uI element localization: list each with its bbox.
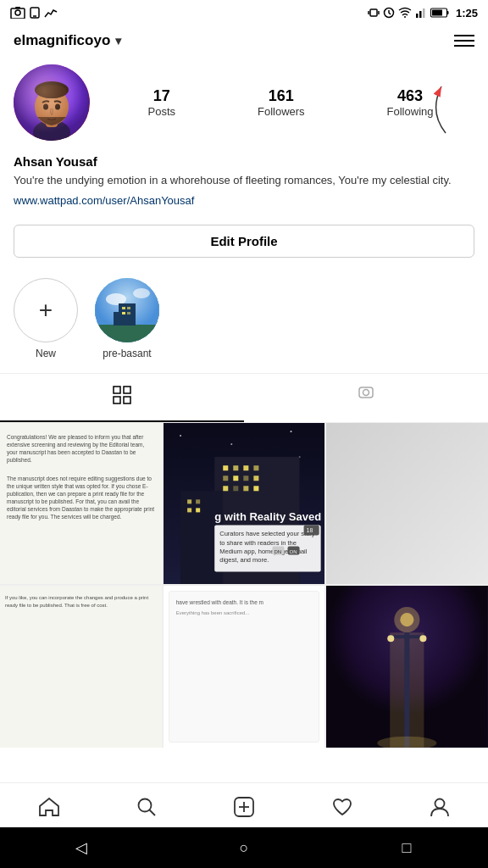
svg-rect-49: [223, 465, 228, 470]
search-icon: [137, 798, 156, 816]
svg-rect-82: [391, 635, 424, 638]
top-nav: elmagnificoyo ▾: [0, 25, 488, 56]
svg-rect-62: [196, 499, 200, 504]
back-icon: ◁: [75, 838, 87, 857]
back-button[interactable]: ◁: [64, 831, 98, 865]
search-nav-button[interactable]: [127, 794, 166, 820]
svg-text:18: 18: [306, 527, 313, 533]
table-row[interactable]: have wrestled with death. It is the m Ev…: [164, 586, 325, 748]
svg-point-43: [180, 435, 181, 437]
svg-rect-63: [187, 508, 191, 512]
status-bar: 1:25: [0, 0, 488, 25]
stats-row: 17 Posts 161 Followers 463 Following: [107, 87, 474, 118]
svg-text:ON: ON: [289, 548, 297, 554]
post-placeholder: [326, 423, 488, 585]
hamburger-menu-button[interactable]: [454, 35, 474, 47]
posts-grid: Congratulations! We are pleased to infor…: [0, 423, 488, 748]
svg-rect-61: [187, 499, 191, 504]
story-thumbnail: [95, 278, 159, 342]
followers-stat[interactable]: 161 Followers: [258, 87, 305, 118]
status-left-icons: [10, 7, 58, 19]
svg-point-17: [14, 64, 90, 141]
svg-point-79: [401, 613, 414, 626]
profile-nav-button[interactable]: [420, 793, 459, 821]
avatar-image: [14, 64, 90, 141]
home-button[interactable]: ○: [227, 831, 261, 865]
posts-label: Posts: [147, 105, 175, 118]
add-square-icon: [234, 797, 254, 817]
bottom-nav: [0, 782, 488, 827]
svg-point-45: [290, 431, 291, 432]
home-nav-button[interactable]: [29, 794, 69, 820]
svg-rect-55: [243, 476, 248, 481]
post-article-card: have wrestled with death. It is the m Ev…: [169, 591, 320, 743]
building-illustration: g with Reality Saved Curators have selec…: [164, 423, 325, 585]
table-row[interactable]: g with Reality Saved Curators have selec…: [164, 423, 325, 585]
svg-point-24: [55, 104, 60, 110]
chart-icon: [44, 7, 58, 19]
svg-rect-11: [419, 11, 422, 18]
svg-rect-52: [253, 465, 258, 470]
svg-rect-64: [196, 508, 200, 512]
avatar: [14, 64, 90, 141]
alarm-icon: [383, 7, 395, 19]
svg-rect-29: [95, 325, 159, 342]
table-row[interactable]: [326, 423, 488, 585]
status-right-icons: 1:25: [368, 7, 478, 19]
edit-profile-button[interactable]: Edit Profile: [14, 225, 474, 258]
svg-rect-81: [405, 632, 410, 747]
profile-tab[interactable]: [244, 374, 488, 422]
table-row[interactable]: If you like, you can incorporate the cha…: [0, 586, 162, 748]
bio-text: You're the undying emotion in a whorehou…: [14, 172, 474, 189]
svg-rect-50: [233, 465, 238, 470]
svg-rect-59: [243, 486, 248, 491]
username-row[interactable]: elmagnificoyo ▾: [14, 32, 121, 49]
svg-text:to share with readers in the: to share with readers in the: [219, 538, 297, 546]
vibrate-icon: [368, 7, 380, 19]
svg-rect-57: [223, 486, 228, 491]
pre-basant-story-item[interactable]: pre-basant: [95, 278, 159, 359]
table-row[interactable]: Congratulations! We are pleased to infor…: [0, 423, 162, 585]
heart-icon: [332, 798, 352, 816]
new-story-label: New: [36, 348, 56, 359]
svg-point-9: [404, 16, 406, 18]
svg-rect-2: [15, 7, 20, 8]
time-display: 1:25: [456, 7, 478, 19]
new-story-item[interactable]: + New: [14, 278, 78, 359]
profile-section: 17 Posts 161 Followers 463 Following: [0, 56, 488, 154]
table-row[interactable]: [326, 586, 488, 748]
svg-point-22: [36, 85, 67, 98]
new-story-circle[interactable]: +: [14, 278, 78, 342]
posts-stat[interactable]: 17 Posts: [147, 87, 175, 118]
svg-rect-38: [114, 397, 120, 403]
svg-point-91: [435, 799, 445, 809]
grid-tab[interactable]: [0, 374, 244, 422]
svg-point-44: [230, 443, 232, 445]
following-stat[interactable]: 463 Following: [387, 87, 434, 118]
svg-point-21: [35, 81, 69, 98]
chevron-down-icon: ▾: [115, 34, 121, 47]
svg-point-27: [106, 293, 126, 305]
pre-basant-label: pre-basant: [103, 348, 151, 359]
recents-button[interactable]: □: [390, 831, 424, 865]
photo-icon: [10, 7, 25, 19]
svg-rect-56: [253, 476, 258, 481]
stories-row: + New: [0, 271, 488, 373]
svg-rect-36: [114, 387, 120, 393]
likes-nav-button[interactable]: [322, 794, 363, 820]
username-label: elmagnificoyo: [14, 32, 110, 49]
add-post-nav-button[interactable]: [224, 793, 264, 821]
signal-icon: [415, 7, 427, 19]
home-circle-icon: ○: [240, 839, 249, 857]
profile-icon: [430, 797, 449, 817]
svg-point-20: [35, 88, 69, 125]
svg-rect-58: [233, 486, 238, 491]
plus-icon: +: [39, 297, 53, 324]
svg-rect-51: [243, 465, 248, 470]
pre-basant-story-circle[interactable]: [95, 278, 159, 342]
svg-rect-54: [233, 476, 238, 481]
profile-link[interactable]: www.wattpad.com/user/AhsanYousaf: [14, 194, 194, 207]
person-icon: [357, 386, 375, 409]
svg-rect-37: [124, 387, 130, 393]
svg-text:Curators have selected your st: Curators have selected your story: [219, 530, 315, 537]
